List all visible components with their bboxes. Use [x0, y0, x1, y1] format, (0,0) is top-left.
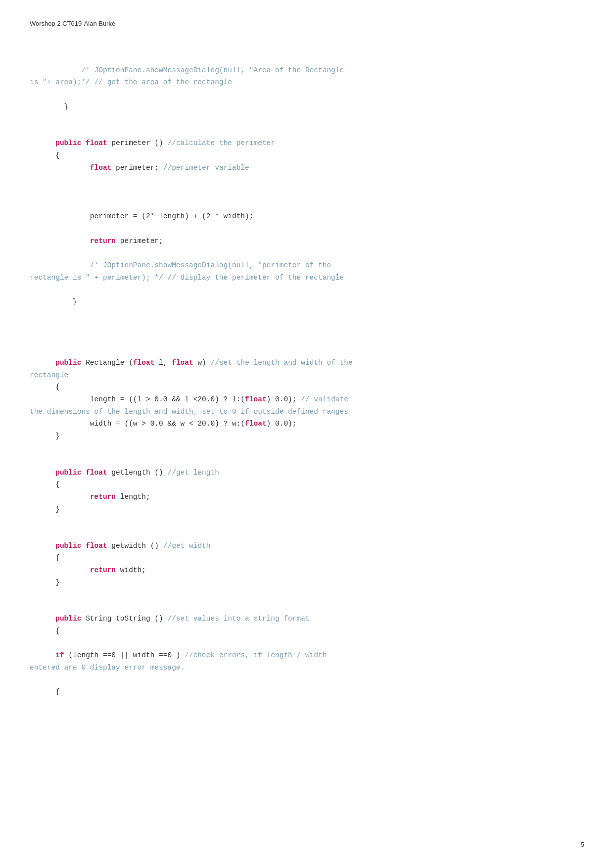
- code-content: /* JOptionPane.showMessageDialog(null, "…: [30, 52, 584, 698]
- header-title: Worshop 2 CT619-Alan Burke: [30, 20, 115, 27]
- page: Worshop 2 CT619-Alan Burke /* JOptionPan…: [0, 0, 614, 868]
- page-header: Worshop 2 CT619-Alan Burke: [30, 20, 584, 27]
- page-number: 5: [581, 841, 584, 848]
